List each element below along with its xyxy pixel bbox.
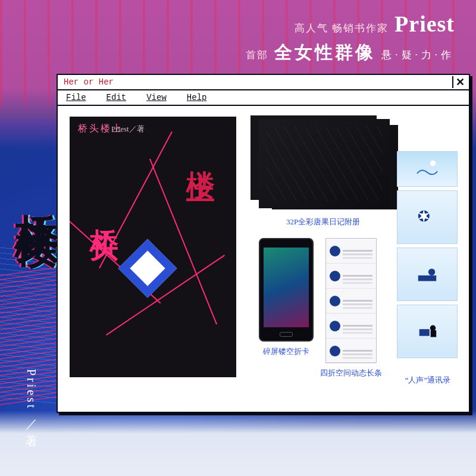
text-lines [343, 275, 372, 277]
headline-row2-tail: 悬·疑·力·作 [381, 48, 455, 62]
headline-row2-small: 首部 [246, 48, 268, 62]
star-burst-icon [416, 206, 439, 228]
phone-screen [264, 248, 309, 327]
avatar-icon [330, 271, 340, 281]
headline-brand: Priest [394, 11, 455, 37]
side-vertical-author: Priest／著 [24, 369, 40, 427]
headline-block: 高人气 畅销书作家 Priest 首部 全女性群像 悬·疑·力·作 [246, 11, 455, 68]
person-reading-icon [416, 263, 439, 286]
wave-icon [416, 158, 439, 180]
book-right-vertical: 楼上 [181, 148, 220, 155]
svg-rect-4 [419, 329, 430, 336]
strip-label: 四折空间动态长条 [312, 368, 390, 378]
text-lines [343, 350, 372, 352]
phone-label: 碎屏镂空折卡 [256, 346, 316, 357]
text-lines [343, 250, 372, 252]
avatar-icon [330, 321, 340, 331]
window-title: Her or Her [64, 77, 114, 87]
retro-window: Her or Her ✕ File Edit View Help 桥头楼上 Pr… [57, 74, 470, 413]
text-lines [343, 300, 372, 302]
headline-row2-big: 全女性群像 [274, 40, 375, 65]
svg-point-0 [430, 161, 436, 167]
avatar-icon [330, 296, 340, 306]
person-laptop-icon [416, 320, 439, 343]
strip-row [326, 289, 376, 314]
svg-rect-6 [431, 330, 437, 337]
folded-strip [325, 238, 377, 363]
close-icon: ✕ [456, 76, 465, 89]
text-lines [343, 325, 372, 327]
svg-point-5 [430, 325, 436, 331]
book-author: Priest／著 [111, 124, 145, 134]
strip-row [326, 339, 376, 364]
headline-row1-small: 高人气 畅销书作家 [295, 21, 389, 35]
book-left-vertical: 桥头 [85, 206, 123, 213]
window-content: 桥头楼上 Priest／著 桥头 楼上 32P全彩唐果日记附册 碎屏镂空折卡 四… [58, 106, 469, 411]
bookmark-card [397, 248, 458, 301]
diamond-window-icon [118, 239, 177, 298]
svg-point-3 [428, 269, 435, 275]
menu-help[interactable]: Help [187, 93, 207, 102]
strip-row [326, 314, 376, 339]
book-cover: 桥头楼上 Priest／著 桥头 楼上 [70, 117, 236, 377]
menu-view[interactable]: View [146, 93, 167, 102]
window-titlebar: Her or Her ✕ [58, 75, 469, 90]
bg-white-band [0, 411, 476, 476]
bookmark-card [397, 190, 458, 244]
crack-line [99, 131, 173, 269]
bookmark-stack [397, 151, 458, 362]
menu-file[interactable]: File [66, 93, 86, 102]
strip-row [326, 239, 376, 264]
diary-booklet [259, 119, 390, 208]
phone-card [259, 238, 314, 342]
bookmark-card [397, 305, 458, 358]
avatar-icon [330, 346, 340, 356]
strip-row [326, 264, 376, 289]
svg-rect-2 [418, 275, 436, 281]
bookmarks-label: “人声”通讯录 [392, 375, 464, 386]
window-menubar: File Edit View Help [58, 90, 469, 106]
avatar-icon [330, 246, 340, 256]
diary-label: 32P全彩唐果日记附册 [275, 217, 371, 227]
phone-home-icon [280, 332, 293, 337]
menu-edit[interactable]: Edit [107, 93, 127, 102]
close-button[interactable]: ✕ [452, 76, 466, 88]
bookmark-card [397, 151, 458, 187]
